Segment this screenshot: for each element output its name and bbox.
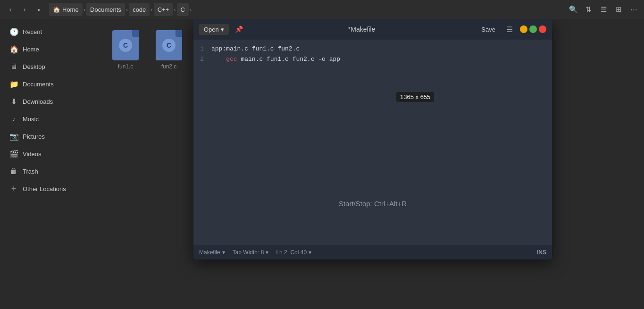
view-menu-button[interactable]: ☰ xyxy=(597,3,610,16)
sidebar-item-music[interactable]: ♪ Music xyxy=(2,110,97,127)
window-controls xyxy=(520,25,546,33)
breadcrumb-sep-1: › xyxy=(83,6,86,13)
breadcrumb-c[interactable]: C xyxy=(177,3,189,16)
file-label-fun2c: fun2.c xyxy=(161,63,177,70)
code-args: main.c fun1.c fun2.c -o app xyxy=(241,56,340,63)
line-number-2: 2 xyxy=(197,56,211,63)
sort-button[interactable]: ⇅ xyxy=(582,3,595,16)
editor-line-1: 1 app:main.c fun1.c fun2.c xyxy=(197,45,548,56)
editor-open-button[interactable]: Open ▾ xyxy=(199,24,229,35)
main-area: 🕐 Recent 🏠 Home 🖥 Desktop 📁 Documents ⬇ … xyxy=(0,19,644,309)
trash-icon: 🗑 xyxy=(9,167,18,175)
sidebar-label-desktop: Desktop xyxy=(23,63,45,70)
nav-parent-button[interactable]: ● xyxy=(32,3,45,16)
window-close-button[interactable] xyxy=(539,25,546,33)
home-icon: 🏠 xyxy=(9,45,18,54)
add-icon: + xyxy=(9,184,18,194)
line-code-1: app:main.c fun1.c fun2.c xyxy=(211,45,300,52)
top-bar: ‹ › ● 🏠 Home › Documents › code › C++ › … xyxy=(0,0,644,19)
sidebar-item-documents[interactable]: 📁 Documents xyxy=(2,75,97,92)
window-maximize-button[interactable] xyxy=(529,25,537,33)
toolbar-actions: 🔍 ⇅ ☰ ⊞ ⋯ xyxy=(567,3,640,16)
sidebar-label-videos: Videos xyxy=(23,150,42,158)
status-filetype[interactable]: Makefile ▾ xyxy=(199,249,225,256)
sidebar-item-home[interactable]: 🏠 Home xyxy=(2,41,97,58)
editor-line-2: 2 gcc main.c fun1.c fun2.c -o app xyxy=(197,56,548,66)
sidebar: 🕐 Recent 🏠 Home 🖥 Desktop 📁 Documents ⬇ … xyxy=(0,19,99,309)
editor-lines: 1 app:main.c fun1.c fun2.c 2 gcc main.c … xyxy=(197,45,548,66)
status-position[interactable]: Ln 2, Col 40 ▾ xyxy=(276,249,311,256)
ins-badge: INS xyxy=(537,249,546,256)
tabwidth-chevron-icon: ▾ xyxy=(266,249,268,256)
desktop-icon: 🖥 xyxy=(9,62,18,71)
breadcrumb-more: › xyxy=(189,6,192,13)
filetype-chevron-icon: ▾ xyxy=(222,249,225,256)
line-number-1: 1 xyxy=(197,45,211,52)
sidebar-label-recent: Recent xyxy=(23,28,42,35)
sidebar-label-pictures: Pictures xyxy=(23,133,45,140)
chevron-down-icon: ▾ xyxy=(221,26,224,33)
file-fun1c[interactable]: C fun1.c xyxy=(107,26,144,74)
file-area: C fun1.c C fun2.c C main.c xyxy=(99,19,644,309)
downloads-icon: ⬇ xyxy=(9,97,18,106)
breadcrumb: 🏠 Home › Documents › code › C++ › C › xyxy=(49,3,192,16)
code-keyword-gcc: gcc xyxy=(226,56,237,63)
sidebar-label-other-locations: Other Locations xyxy=(23,185,66,192)
sidebar-item-videos[interactable]: 🎬 Videos xyxy=(2,145,97,162)
editor-content[interactable]: 1 app:main.c fun1.c fun2.c 2 gcc main.c … xyxy=(193,40,552,245)
sidebar-label-downloads: Downloads xyxy=(23,98,53,105)
file-fun2c[interactable]: C fun2.c xyxy=(150,26,188,74)
sidebar-label-documents: Documents xyxy=(23,81,54,88)
breadcrumb-sep-4: › xyxy=(173,6,176,13)
breadcrumb-cpp[interactable]: C++ xyxy=(154,3,173,16)
sidebar-label-home: Home xyxy=(23,46,39,53)
editor-watermark: Start/Stop: Ctrl+Alt+R xyxy=(339,200,407,208)
pictures-icon: 📷 xyxy=(9,132,18,141)
overflow-button[interactable]: ⋯ xyxy=(627,3,640,16)
position-chevron-icon: ▾ xyxy=(309,249,311,256)
sidebar-item-recent[interactable]: 🕐 Recent xyxy=(2,23,97,40)
breadcrumb-code[interactable]: code xyxy=(129,3,150,16)
editor-title: *Makefile xyxy=(250,25,474,33)
nav-buttons: ‹ › ● xyxy=(4,3,45,16)
breadcrumb-sep-3: › xyxy=(150,6,153,13)
line-code-2: gcc main.c fun1.c fun2.c -o app xyxy=(211,56,340,63)
editor-save-button[interactable]: Save xyxy=(477,24,499,35)
documents-icon: 📁 xyxy=(9,80,18,89)
sidebar-item-trash[interactable]: 🗑 Trash xyxy=(2,163,97,180)
editor-toolbar: Open ▾ 📌 *Makefile Save ☰ xyxy=(193,19,552,40)
editor-menu-button[interactable]: ☰ xyxy=(503,23,516,36)
editor-statusbar: Makefile ▾ Tab Width: 8 ▾ Ln 2, Col 40 ▾… xyxy=(193,245,552,259)
breadcrumb-documents[interactable]: Documents xyxy=(86,3,125,16)
nav-back-button[interactable]: ‹ xyxy=(4,3,17,16)
window-minimize-button[interactable] xyxy=(520,25,527,33)
nav-forward-button[interactable]: › xyxy=(18,3,31,16)
sidebar-item-desktop[interactable]: 🖥 Desktop xyxy=(2,58,97,75)
status-tabwidth[interactable]: Tab Width: 8 ▾ xyxy=(233,249,269,256)
sidebar-item-pictures[interactable]: 📷 Pictures xyxy=(2,128,97,145)
grid-view-button[interactable]: ⊞ xyxy=(612,3,625,16)
c-file-icon-fun2c: C xyxy=(156,30,182,60)
recent-icon: 🕐 xyxy=(9,27,18,36)
editor-pin-button[interactable]: 📌 xyxy=(233,23,246,36)
sidebar-item-downloads[interactable]: ⬇ Downloads xyxy=(2,93,97,110)
sidebar-label-music: Music xyxy=(23,116,39,123)
file-label-fun1c: fun1.c xyxy=(118,63,134,70)
search-button[interactable]: 🔍 xyxy=(567,3,580,16)
sidebar-item-other-locations[interactable]: + Other Locations xyxy=(2,180,97,197)
music-icon: ♪ xyxy=(9,115,18,123)
c-file-icon-fun1c: C xyxy=(112,30,139,60)
text-editor: Open ▾ 📌 *Makefile Save ☰ xyxy=(193,19,552,259)
breadcrumb-home[interactable]: 🏠 Home xyxy=(49,3,83,16)
videos-icon: 🎬 xyxy=(9,150,18,159)
breadcrumb-sep-2: › xyxy=(125,6,129,13)
sidebar-label-trash: Trash xyxy=(23,168,38,175)
